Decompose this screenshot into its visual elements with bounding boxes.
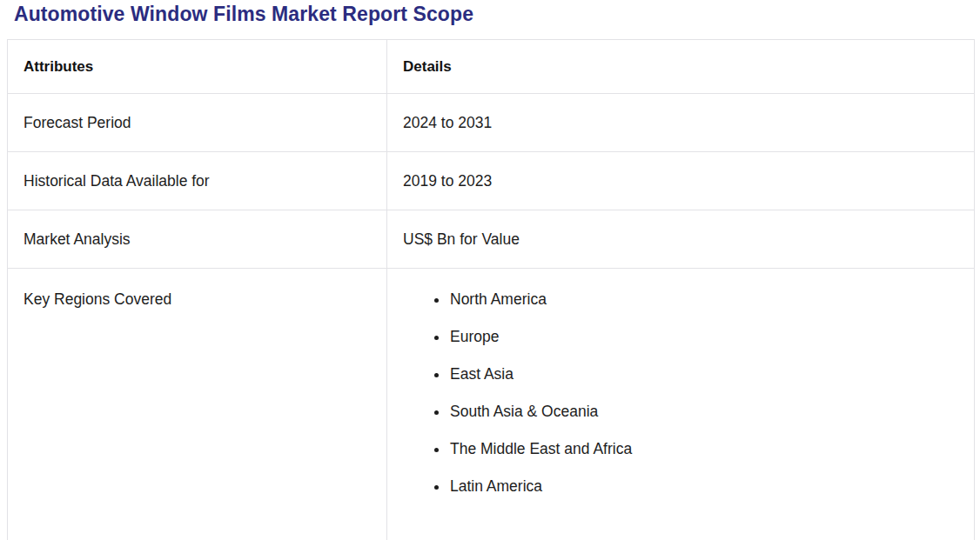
attribute-cell: Forecast Period xyxy=(8,94,387,152)
table-row-forecast-period: Forecast Period 2024 to 2031 xyxy=(8,94,975,152)
list-item-region: North America xyxy=(449,289,962,310)
attribute-cell: Historical Data Available for xyxy=(8,152,387,210)
detail-cell: 2024 to 2031 xyxy=(387,94,975,152)
column-header-attributes: Attributes xyxy=(8,40,387,94)
list-item-region: South Asia & Oceania xyxy=(449,401,962,423)
table-row-key-regions: Key Regions Covered North America Europe… xyxy=(8,269,975,540)
table-row-historical-data: Historical Data Available for 2019 to 20… xyxy=(8,152,975,210)
report-scope-table: Attributes Details Forecast Period 2024 … xyxy=(7,39,975,540)
list-item-region: East Asia xyxy=(449,363,962,385)
detail-cell: US$ Bn for Value xyxy=(387,210,975,269)
list-item-region: Europe xyxy=(449,326,962,348)
list-item-region: Latin America xyxy=(449,476,962,497)
attribute-cell: Market Analysis xyxy=(8,210,387,269)
column-header-details: Details xyxy=(387,40,975,94)
page-title: Automotive Window Films Market Report Sc… xyxy=(0,0,980,26)
detail-cell: North America Europe East Asia South Asi… xyxy=(387,269,975,540)
regions-list: North America Europe East Asia South Asi… xyxy=(403,289,962,497)
list-item-region: The Middle East and Africa xyxy=(449,438,962,460)
table-row-market-analysis: Market Analysis US$ Bn for Value xyxy=(8,210,975,269)
attribute-cell: Key Regions Covered xyxy=(8,269,387,540)
report-scope-page: Automotive Window Films Market Report Sc… xyxy=(0,0,980,540)
table-header-row: Attributes Details xyxy=(8,40,975,94)
detail-cell: 2019 to 2023 xyxy=(387,152,975,210)
